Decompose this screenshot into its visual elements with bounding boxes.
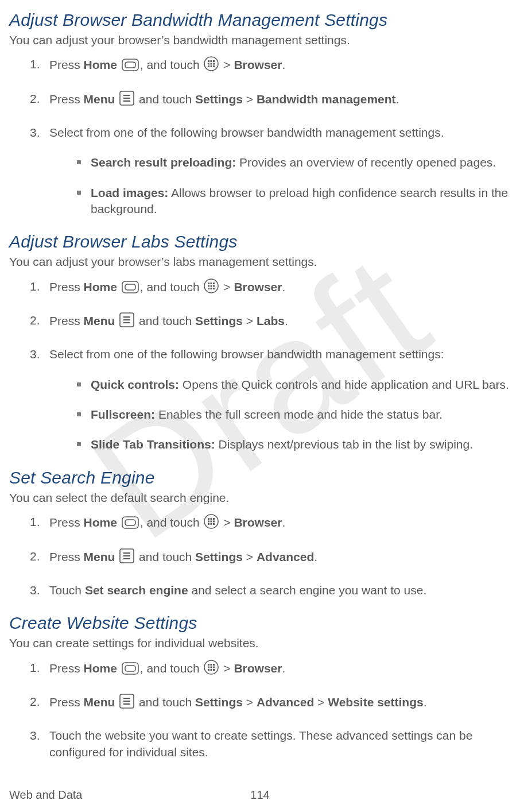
svg-rect-36 <box>211 518 212 520</box>
text: Press <box>49 695 84 709</box>
document-page: Draft Adjust Browser Bandwidth Managemen… <box>0 0 520 812</box>
steps-labs: Press Home , and touch > Browser. Press … <box>9 279 511 453</box>
step: Press Home , and touch > Browser. <box>30 56 511 75</box>
desc: Opens the Quick controls and hide applic… <box>179 378 509 391</box>
svg-rect-8 <box>213 63 215 65</box>
svg-rect-10 <box>211 65 212 67</box>
home-icon <box>122 281 139 297</box>
bold-settings: Settings <box>195 695 243 709</box>
svg-rect-25 <box>208 288 209 289</box>
svg-rect-9 <box>208 65 209 67</box>
desc: Provides an overview of recently opened … <box>236 156 496 169</box>
svg-rect-6 <box>208 63 209 65</box>
text: and touch <box>135 550 195 563</box>
svg-rect-17 <box>125 284 135 290</box>
svg-rect-49 <box>125 666 135 671</box>
text: Press <box>49 92 84 106</box>
sub-bullets: Quick controls: Opens the Quick controls… <box>49 377 511 453</box>
svg-rect-26 <box>211 288 212 289</box>
list-item: Fullscreen: Enables the full screen mode… <box>73 407 511 423</box>
svg-rect-53 <box>213 664 215 666</box>
text: . <box>396 92 399 106</box>
term: Slide Tab Transitions: <box>91 438 215 451</box>
heading-website: Create Website Settings <box>9 613 511 633</box>
svg-rect-55 <box>211 666 212 668</box>
menu-icon <box>119 694 134 713</box>
text: and touch <box>135 314 195 327</box>
svg-rect-61 <box>123 698 130 699</box>
svg-rect-21 <box>213 283 215 284</box>
steps-website: Press Home , and touch > Browser. Press … <box>9 660 511 760</box>
text: > <box>243 92 257 106</box>
svg-rect-5 <box>213 60 215 62</box>
list-item: Load images: Allows browser to preload h… <box>73 185 511 218</box>
text: > <box>220 58 234 71</box>
home-icon <box>122 59 139 75</box>
text: , and touch <box>140 662 203 675</box>
svg-rect-39 <box>211 521 212 523</box>
svg-rect-4 <box>211 60 212 62</box>
home-icon <box>122 662 139 679</box>
step: Press Home , and touch > Browser. <box>30 514 511 533</box>
svg-rect-40 <box>213 521 215 523</box>
text: , and touch <box>140 516 203 529</box>
svg-rect-45 <box>123 552 130 554</box>
bold-menu: Menu <box>84 550 115 563</box>
footer-section: Web and Data <box>9 788 83 801</box>
desc: Displays next/previous tab in the list b… <box>215 438 473 451</box>
text: . <box>441 126 444 139</box>
svg-rect-20 <box>211 283 212 284</box>
svg-rect-38 <box>208 521 209 523</box>
svg-rect-59 <box>213 669 215 671</box>
svg-rect-19 <box>208 283 209 284</box>
text: . <box>314 550 317 563</box>
term: Quick controls: <box>91 378 179 391</box>
text: > <box>243 314 257 327</box>
svg-rect-47 <box>123 558 130 559</box>
heading-labs: Adjust Browser Labs Settings <box>9 232 511 252</box>
svg-rect-11 <box>213 65 215 67</box>
menu-icon <box>119 312 134 331</box>
bold-mid: Advanced <box>257 695 314 709</box>
text: Touch <box>49 583 85 597</box>
svg-rect-27 <box>213 288 215 289</box>
svg-rect-58 <box>211 669 212 671</box>
svg-rect-51 <box>208 664 209 666</box>
list-item: Slide Tab Transitions: Displays next/pre… <box>73 436 511 453</box>
svg-rect-41 <box>208 523 209 525</box>
bold-target: Advanced <box>257 550 314 563</box>
apps-grid-icon <box>204 660 219 679</box>
text: > <box>220 516 234 529</box>
bold-browser: Browser <box>234 516 282 529</box>
step: Touch the website you want to create set… <box>30 728 511 760</box>
svg-rect-56 <box>213 666 215 668</box>
text: . <box>282 662 285 675</box>
list-item: Quick controls: Opens the Quick controls… <box>73 377 511 393</box>
step: Press Menu and touch Settings > Bandwidt… <box>30 91 511 110</box>
text: > <box>220 280 234 293</box>
svg-rect-31 <box>123 322 130 323</box>
page-footer: Web and Data 114 <box>9 788 511 802</box>
svg-rect-63 <box>123 703 130 705</box>
svg-rect-52 <box>211 664 212 666</box>
svg-rect-16 <box>122 281 138 293</box>
text: Select from one of the following browser… <box>49 126 441 139</box>
text: Press <box>49 550 84 563</box>
text: Press <box>49 280 84 293</box>
svg-rect-62 <box>123 701 130 702</box>
text: . <box>282 280 285 293</box>
svg-rect-35 <box>208 518 209 520</box>
bold-menu: Menu <box>84 314 115 327</box>
svg-rect-14 <box>123 98 130 99</box>
intro-search: You can select the default search engine… <box>9 490 511 506</box>
text: Select from one of the following browser… <box>49 347 441 361</box>
term: Load images: <box>91 186 168 199</box>
text: . <box>282 58 285 71</box>
text: Press <box>49 662 84 675</box>
bold-settings: Settings <box>195 92 243 106</box>
svg-rect-0 <box>122 59 138 71</box>
text: and select a search engine you want to u… <box>188 583 427 597</box>
bold-browser: Browser <box>234 662 282 675</box>
bold-set-search: Set search engine <box>85 583 188 597</box>
steps-search: Press Home , and touch > Browser. Press … <box>9 514 511 598</box>
